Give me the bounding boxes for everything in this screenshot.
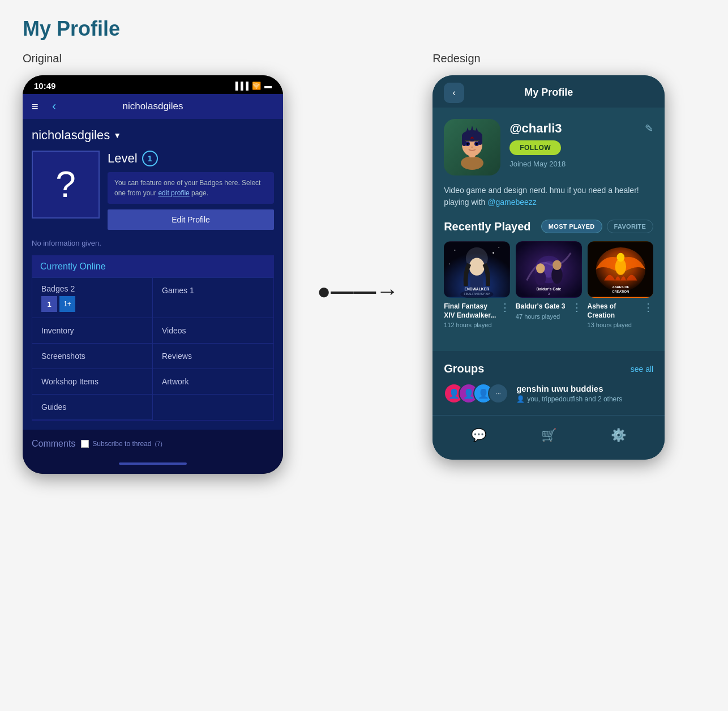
artwork-cell[interactable]: Artwork	[153, 369, 273, 395]
bottom-navigation: 💬 🛒 ⚙️	[432, 415, 665, 460]
svg-point-23	[449, 263, 450, 264]
svg-point-0	[461, 156, 483, 170]
cart-nav-icon[interactable]: 🛒	[538, 425, 560, 446]
bio-content: Video game and design nerd. hmu if you n…	[444, 186, 639, 207]
username-row: @charli3 ✎	[509, 121, 653, 136]
videos-label: Videos	[162, 326, 186, 335]
game-hours-3: 13 hours played	[588, 322, 654, 328]
svg-point-33	[553, 260, 562, 270]
redesign-avatar	[444, 119, 500, 175]
profile-card: @charli3 ✎ FOLLOW Joined May 2018 Video …	[432, 108, 665, 351]
level-badge: 1	[142, 151, 158, 166]
reviews-cell[interactable]: Reviews	[153, 344, 273, 369]
group-members-text: you, trippedoutfish and 2 others	[527, 395, 622, 403]
game-name-row-2: Baldur's Gate 3 ⋮	[516, 302, 582, 313]
status-icons: ▐▐▐ 🛜 ▬	[233, 82, 272, 90]
status-time: 10:49	[34, 81, 55, 91]
battery-icon: ▬	[264, 82, 272, 90]
edit-profile-button[interactable]: Edit Profile	[108, 209, 274, 230]
username: nicholasdgiles	[32, 128, 110, 143]
back-button[interactable]: ‹	[444, 83, 464, 103]
game-hours-2: 47 hours played	[516, 313, 582, 320]
svg-text:ENDWALKER: ENDWALKER	[465, 287, 490, 291]
groups-header: Groups see all	[444, 362, 653, 375]
currently-online-section: Currently Online Badges 2 1 1+	[32, 255, 274, 421]
inventory-cell[interactable]: Inventory	[32, 318, 153, 344]
header-title: nicholasdgiles	[123, 101, 183, 112]
status-bar: 10:49 ▐▐▐ 🛜 ▬	[23, 75, 283, 94]
most-played-filter[interactable]: MOST PLAYED	[541, 220, 602, 233]
badge-item-1: 1	[41, 296, 57, 312]
game-hours-1: 112 hours played	[444, 322, 510, 328]
profile-section: ? Level 1 You can feature one of your Ba…	[32, 151, 274, 230]
online-header: Currently Online	[32, 256, 273, 277]
profile-body: nicholasdgiles ▼ ? Level 1 You can f	[23, 119, 283, 430]
games-row: ENDWALKER FINAL FANTASY XIV Final Fantas…	[444, 241, 653, 328]
workshop-items-cell[interactable]: Workshop Items	[32, 369, 153, 395]
guides-cell[interactable]: Guides	[32, 395, 153, 420]
game-name-3: Ashes of Creation	[588, 302, 644, 320]
svg-point-12	[476, 143, 478, 145]
avatar: ?	[32, 151, 100, 219]
svg-point-15	[471, 147, 473, 148]
game-more-icon-2[interactable]: ⋮	[572, 302, 582, 312]
videos-cell[interactable]: Videos	[153, 318, 273, 344]
redesign-username: @charli3	[509, 121, 562, 136]
svg-point-21	[455, 250, 456, 251]
subscribe-row: Subscribe to thread (7)	[81, 440, 162, 448]
badge-info-text: You can feature one of your Badges here.…	[108, 172, 274, 204]
groups-section: Groups see all 👤 👤 👤 ··· genshin uwu bud…	[432, 351, 665, 415]
screenshots-cell[interactable]: Screenshots	[32, 344, 153, 369]
joined-date: Joined May 2018	[509, 160, 653, 168]
game-image-ashes[interactable]: ASHES OF CREATION	[588, 241, 654, 298]
svg-point-31	[536, 263, 545, 273]
game-card-bg3: Baldur's Gate 3 Baldur's Gate 3 ⋮ 47 hou…	[516, 241, 582, 328]
level-section: Level 1 You can feature one of your Badg…	[108, 151, 274, 230]
original-label: Original	[23, 52, 283, 65]
favorite-filter[interactable]: FAVORITE	[607, 220, 654, 233]
endwalker-art: ENDWALKER FINAL FANTASY XIV	[444, 241, 510, 298]
arrow-container: ●——→	[317, 279, 399, 304]
see-all-link[interactable]: see all	[631, 365, 653, 374]
svg-point-39	[616, 253, 624, 262]
edit-profile-link[interactable]: edit profile	[158, 189, 189, 197]
game-more-icon-1[interactable]: ⋮	[500, 302, 510, 312]
dropdown-arrow-icon[interactable]: ▼	[113, 131, 121, 140]
bio-mention[interactable]: @gamebeezz	[487, 198, 537, 207]
inventory-label: Inventory	[41, 326, 74, 335]
svg-point-11	[466, 143, 469, 145]
level-row: Level 1	[108, 151, 274, 166]
edit-profile-icon[interactable]: ✎	[645, 122, 653, 135]
recently-played-title: Recently Played	[444, 220, 530, 233]
screenshots-label: Screenshots	[41, 352, 85, 361]
back-icon[interactable]: ‹	[52, 99, 56, 114]
username-row: nicholasdgiles ▼	[32, 128, 274, 143]
svg-point-24	[498, 247, 499, 248]
svg-point-22	[493, 252, 494, 254]
comments-label: Comments	[32, 439, 75, 449]
user-info: @charli3 ✎ FOLLOW Joined May 2018	[509, 119, 653, 168]
guides-label: Guides	[41, 402, 66, 412]
games-label: Games	[162, 286, 187, 295]
groups-title: Groups	[444, 362, 484, 375]
chat-nav-icon[interactable]: 💬	[468, 425, 490, 446]
game-card-endwalker: ENDWALKER FINAL FANTASY XIV Final Fantas…	[444, 241, 510, 328]
group-name[interactable]: genshin uwu buddies	[516, 384, 653, 393]
games-cell[interactable]: Games 1	[153, 278, 273, 318]
back-chevron-icon: ‹	[453, 88, 456, 98]
game-image-bg3[interactable]: Baldur's Gate 3	[516, 241, 582, 298]
svg-text:ASHES OF: ASHES OF	[612, 285, 629, 289]
comparison-arrow: ●——→	[317, 279, 399, 304]
game-more-icon-3[interactable]: ⋮	[643, 302, 653, 312]
svg-rect-14	[474, 140, 479, 142]
menu-icon[interactable]: ≡	[32, 100, 38, 113]
group-members: 👤 you, trippedoutfish and 2 others	[516, 395, 653, 403]
subscribe-checkbox[interactable]	[81, 440, 89, 448]
reviews-label: Reviews	[162, 352, 192, 361]
stats-grid: Badges 2 1 1+ Games 1 Inventory	[32, 277, 273, 420]
redesign-phone: ‹ My Profile	[432, 75, 665, 460]
game-image-endwalker[interactable]: ENDWALKER FINAL FANTASY XIV	[444, 241, 510, 298]
settings-nav-icon[interactable]: ⚙️	[607, 425, 629, 446]
scroll-indicator[interactable]	[119, 462, 187, 465]
follow-button[interactable]: FOLLOW	[509, 140, 561, 155]
